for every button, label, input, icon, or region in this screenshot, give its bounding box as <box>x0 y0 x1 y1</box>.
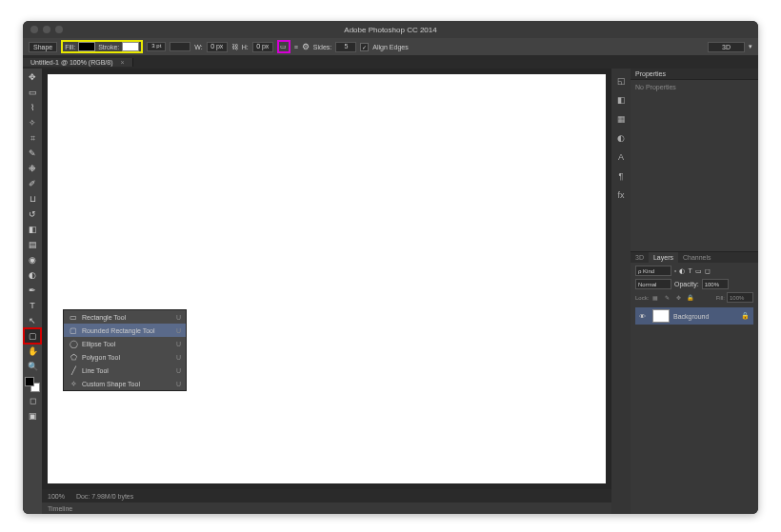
paragraph-panel-icon[interactable]: ¶ <box>614 169 628 183</box>
fill-swatch[interactable] <box>78 42 95 51</box>
status-bar: 100% Doc: 7.98M/0 bytes <box>42 489 611 502</box>
color-swatches[interactable] <box>25 377 40 392</box>
styles-panel-icon[interactable]: fx <box>614 188 628 202</box>
zoom-tool[interactable]: 🔍 <box>25 360 40 373</box>
lock-position-icon[interactable]: ✥ <box>673 293 683 303</box>
eraser-tool[interactable]: ◧ <box>25 223 40 236</box>
flyout-shortcut: U <box>176 327 181 334</box>
3d-button[interactable]: 3D <box>708 42 745 52</box>
workspace-menu-icon[interactable]: ▾ <box>749 43 752 50</box>
doc-info[interactable]: Doc: 7.98M/0 bytes <box>76 493 133 500</box>
brush-tool[interactable]: ✐ <box>25 177 40 190</box>
visibility-icon[interactable]: 👁 <box>639 313 649 320</box>
lock-label: Lock: <box>635 295 649 301</box>
gear-icon[interactable]: ⚙ <box>302 42 310 51</box>
dodge-tool[interactable]: ◐ <box>25 268 40 282</box>
flyout-item[interactable]: ▭Rectangle ToolU <box>64 310 186 324</box>
lock-pixels-icon[interactable]: ✎ <box>662 293 671 303</box>
tab-3d[interactable]: 3D <box>631 252 649 263</box>
adjustments-panel-icon[interactable]: ◐ <box>614 131 628 145</box>
close-dot[interactable] <box>30 26 38 33</box>
layer-row-background[interactable]: 👁 Background 🔒 <box>635 307 753 325</box>
align-edges-label: Align Edges <box>372 44 408 50</box>
screenmode-tool[interactable]: ▣ <box>25 409 40 423</box>
hand-tool[interactable]: ✋ <box>25 345 40 358</box>
width-input[interactable]: 0 px <box>207 42 228 52</box>
history-panel-icon[interactable]: ◱ <box>614 74 628 88</box>
wand-tool[interactable]: ✧ <box>25 116 40 129</box>
canvas-area: 100% Doc: 7.98M/0 bytes Timeline <box>42 69 611 514</box>
path-align-icon[interactable]: ≡ <box>294 44 298 50</box>
pen-tool[interactable]: ✒ <box>25 284 40 297</box>
filter-pixel-icon[interactable]: ▫ <box>674 267 676 274</box>
crop-tool[interactable]: ⌗ <box>25 131 40 145</box>
color-panel-icon[interactable]: ◧ <box>614 93 628 107</box>
lasso-tool[interactable]: ⌇ <box>25 101 40 114</box>
zoom-display[interactable]: 100% <box>48 493 65 500</box>
sides-input[interactable]: 5 <box>335 42 356 52</box>
lock-all-icon[interactable]: 🔒 <box>685 293 694 303</box>
kind-filter[interactable]: ρ Kind <box>635 266 671 276</box>
path-select-tool[interactable]: ↖ <box>25 314 40 327</box>
gradient-tool[interactable]: ▤ <box>25 238 40 251</box>
layer-thumbnail[interactable] <box>652 309 670 323</box>
layer-fill-label: Fill: <box>716 295 725 301</box>
flyout-icon: ✧ <box>69 379 78 388</box>
align-edges-checkbox[interactable]: ✓ <box>360 43 369 51</box>
filter-smart-icon[interactable]: ◻ <box>705 267 711 275</box>
swatches-panel-icon[interactable]: ▦ <box>614 112 628 126</box>
properties-panel-header[interactable]: Properties <box>631 69 758 80</box>
flyout-item[interactable]: ╱Line ToolU <box>64 364 186 377</box>
document-tab[interactable]: Untitled-1 @ 100% (RGB/8) × <box>23 58 133 67</box>
stroke-style-select[interactable] <box>170 42 190 51</box>
layer-lock-icon[interactable]: 🔒 <box>741 312 750 320</box>
filter-shape-icon[interactable]: ▭ <box>695 267 702 275</box>
healing-tool[interactable]: ❉ <box>25 162 40 175</box>
layer-fill-input[interactable]: 100% <box>727 292 753 303</box>
type-tool[interactable]: T <box>25 299 40 312</box>
blur-tool[interactable]: ◉ <box>25 253 40 266</box>
filter-adj-icon[interactable]: ◐ <box>679 267 685 275</box>
stamp-tool[interactable]: ⊔ <box>25 192 40 206</box>
flyout-label: Line Tool <box>82 367 109 374</box>
titlebar: Adobe Photoshop CC 2014 <box>23 21 758 38</box>
opacity-input[interactable]: 100% <box>702 279 729 289</box>
quickmask-tool[interactable]: ◻ <box>25 394 40 407</box>
height-input[interactable]: 0 px <box>252 42 273 52</box>
flyout-label: Ellipse Tool <box>82 341 115 347</box>
minimize-dot[interactable] <box>43 26 50 33</box>
app-window: Adobe Photoshop CC 2014 Shape Fill: Stro… <box>23 21 758 514</box>
move-tool[interactable]: ✥ <box>25 70 40 84</box>
zoom-dot[interactable] <box>55 26 63 33</box>
path-ops-icon[interactable]: ▭ <box>280 43 287 50</box>
timeline-panel[interactable]: Timeline <box>42 502 611 514</box>
sides-label: Sides: <box>313 44 331 50</box>
lock-transparency-icon[interactable]: ▦ <box>651 293 660 303</box>
tab-layers[interactable]: Layers <box>649 252 678 263</box>
stroke-width-input[interactable]: 3 pt <box>147 42 166 51</box>
tab-channels[interactable]: Channels <box>678 252 716 263</box>
fg-color-swatch[interactable] <box>25 377 34 386</box>
flyout-item[interactable]: ◯Ellipse ToolU <box>64 337 186 350</box>
shape-mode-select[interactable]: Shape <box>29 42 57 52</box>
canvas[interactable] <box>42 69 611 489</box>
marquee-tool[interactable]: ▭ <box>25 86 40 99</box>
options-bar: Shape Fill: Stroke: 3 pt W: 0 px ⛓ H: 0 … <box>23 38 758 55</box>
dock-strip: ◱ ◧ ▦ ◐ A ¶ fx <box>611 69 631 514</box>
close-tab-icon[interactable]: × <box>120 59 124 66</box>
eyedropper-tool[interactable]: ✎ <box>25 147 40 160</box>
link-wh-icon[interactable]: ⛓ <box>231 44 238 50</box>
history-brush-tool[interactable]: ↺ <box>25 207 40 221</box>
filter-type-icon[interactable]: T <box>688 267 691 274</box>
flyout-item[interactable]: ✧Custom Shape ToolU <box>64 377 186 390</box>
artboard[interactable] <box>48 74 606 483</box>
blend-mode-select[interactable]: Normal <box>635 279 671 289</box>
flyout-item[interactable]: ▢Rounded Rectangle ToolU <box>64 324 186 337</box>
flyout-item[interactable]: ⬠Polygon ToolU <box>64 350 186 364</box>
flyout-shortcut: U <box>176 381 181 387</box>
character-panel-icon[interactable]: A <box>614 150 628 164</box>
layer-name[interactable]: Background <box>673 313 709 320</box>
shape-tool[interactable]: ▢ <box>25 329 40 343</box>
window-controls[interactable] <box>30 26 63 33</box>
stroke-swatch[interactable] <box>122 42 139 51</box>
